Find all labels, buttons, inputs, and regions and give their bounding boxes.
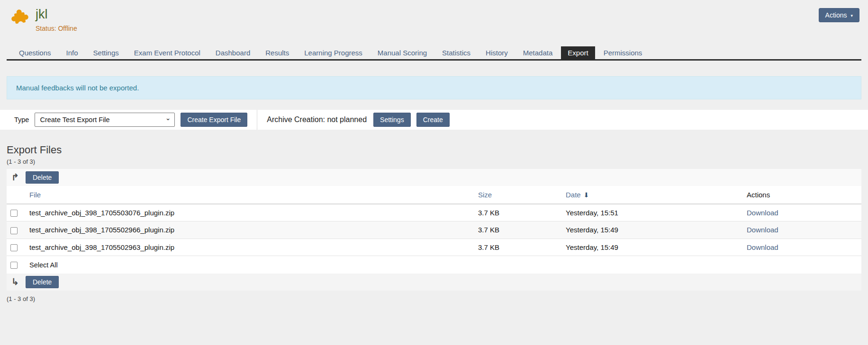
tab-bar: Questions Info Settings Exam Event Proto… [7, 46, 861, 61]
delete-button-top[interactable]: Delete [26, 171, 59, 184]
file-date: Yesterday, 15:51 [562, 204, 743, 221]
tab-export[interactable]: Export [561, 46, 595, 59]
select-all-row: Select All [7, 256, 861, 274]
table-toolbar-top: ↱ Delete [7, 169, 861, 186]
column-header-date[interactable]: Date⬇ [562, 186, 743, 204]
result-range-bottom: (1 - 3 of 3) [7, 295, 861, 302]
tab-exam-event-protocol[interactable]: Exam Event Protocol [127, 46, 207, 59]
tab-learning-progress[interactable]: Learning Progress [298, 46, 369, 59]
page: jkl Status: Offline Actions ▾ Questions … [0, 0, 868, 345]
archive-creation-text: Archive Creation: not planned [267, 115, 367, 124]
table-row: test_archive_obj_398_1705503076_plugin.z… [7, 204, 861, 221]
arrow-up-right-icon: ↱ [11, 173, 19, 182]
select-all-checkbox[interactable] [10, 262, 18, 269]
table-row: test_archive_obj_398_1705502966_plugin.z… [7, 221, 861, 239]
caret-down-icon: ▾ [850, 14, 853, 18]
column-header-actions: Actions [743, 186, 861, 204]
tab-info[interactable]: Info [60, 46, 85, 59]
tab-history[interactable]: History [479, 46, 515, 59]
tab-permissions[interactable]: Permissions [597, 46, 649, 59]
sort-descending-icon: ⬇ [584, 191, 589, 199]
settings-button[interactable]: Settings [373, 113, 411, 127]
tab-metadata[interactable]: Metadata [516, 46, 560, 59]
type-label: Type [14, 116, 29, 124]
column-header-date-label: Date [566, 191, 581, 199]
download-link[interactable]: Download [747, 226, 778, 234]
file-size: 3.7 KB [474, 221, 562, 239]
export-files-table: File Size Date⬇ Actions test_archive_obj… [7, 186, 861, 274]
test-object-logo [9, 7, 30, 28]
status-text: Status: Offline [36, 25, 77, 32]
column-header-file[interactable]: File [26, 186, 474, 204]
toolbar-divider [257, 110, 257, 130]
title-block: jkl Status: Offline [36, 8, 77, 32]
file-name: test_archive_obj_398_1705502963_plugin.z… [26, 239, 474, 256]
table-toolbar-bottom: ↳ Delete [7, 274, 861, 291]
download-link[interactable]: Download [747, 243, 778, 251]
row-checkbox[interactable] [10, 210, 18, 217]
export-files-section: Export Files (1 - 3 of 3) ↱ Delete File … [7, 144, 861, 302]
actions-button[interactable]: Actions ▾ [819, 8, 859, 22]
file-size: 3.7 KB [474, 239, 562, 256]
file-date: Yesterday, 15:49 [562, 221, 743, 239]
select-all-label: Select All [26, 256, 861, 274]
tab-results[interactable]: Results [259, 46, 296, 59]
tab-dashboard[interactable]: Dashboard [209, 46, 257, 59]
arrow-down-right-icon: ↳ [11, 277, 19, 286]
table-row: test_archive_obj_398_1705502963_plugin.z… [7, 239, 861, 256]
download-link[interactable]: Download [747, 209, 778, 217]
row-checkbox[interactable] [10, 227, 18, 234]
file-date: Yesterday, 15:49 [562, 239, 743, 256]
result-range-top: (1 - 3 of 3) [7, 158, 861, 165]
row-checkbox[interactable] [10, 244, 18, 251]
file-name: test_archive_obj_398_1705503076_plugin.z… [26, 204, 474, 221]
create-export-file-button[interactable]: Create Export File [181, 113, 247, 127]
column-header-size[interactable]: Size [474, 186, 562, 204]
header: jkl Status: Offline Actions ▾ [0, 0, 868, 32]
type-select-wrap: Create Test Export File ⌄ [35, 113, 175, 127]
info-message: Manual feedbacks will not be exported. [7, 76, 861, 99]
export-files-table-wrap: ↱ Delete File Size Date⬇ Actions [7, 169, 861, 291]
create-button[interactable]: Create [416, 113, 450, 127]
table-header-row: File Size Date⬇ Actions [7, 186, 861, 204]
export-toolbar: Type Create Test Export File ⌄ Create Ex… [0, 110, 868, 130]
header-checkbox-spacer [7, 186, 26, 204]
file-size: 3.7 KB [474, 204, 562, 221]
tab-manual-scoring[interactable]: Manual Scoring [371, 46, 434, 59]
file-name: test_archive_obj_398_1705502966_plugin.z… [26, 221, 474, 239]
tab-statistics[interactable]: Statistics [435, 46, 477, 59]
puzzle-icon [9, 7, 30, 28]
tab-questions[interactable]: Questions [12, 46, 58, 59]
delete-button-bottom[interactable]: Delete [26, 276, 59, 288]
actions-button-label: Actions [825, 11, 847, 19]
section-title: Export Files [7, 144, 861, 156]
page-title: jkl [36, 8, 77, 22]
tab-settings[interactable]: Settings [87, 46, 126, 59]
type-select[interactable]: Create Test Export File [35, 113, 175, 127]
